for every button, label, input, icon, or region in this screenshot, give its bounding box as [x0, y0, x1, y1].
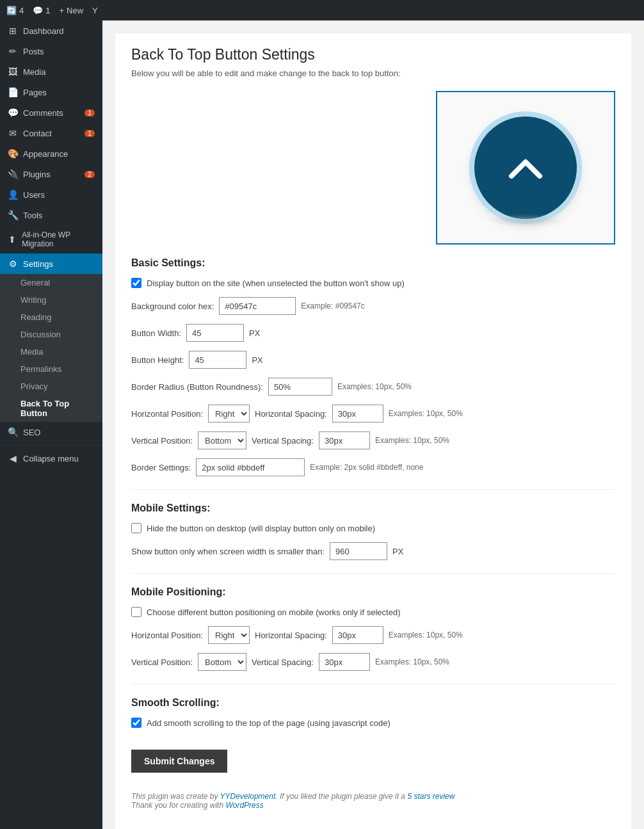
sidebar-item-appearance[interactable]: 🎨 Appearance [0, 143, 102, 164]
horiz-pos-select[interactable]: Right Left [208, 405, 250, 423]
submenu-item-reading[interactable]: Reading [0, 309, 102, 326]
mobile-horiz-spacing-input[interactable] [332, 626, 383, 644]
vert-spacing-hint: Examples: 10px, 50% [375, 436, 449, 445]
hide-desktop-label[interactable]: Hide the button on desktop (will display… [147, 524, 375, 533]
new-label: New [67, 6, 83, 15]
screen-width-input[interactable] [330, 542, 387, 560]
hide-desktop-checkbox[interactable] [131, 523, 141, 533]
horiz-spacing-label: Horizontal Spacing: [255, 409, 327, 419]
submenu-item-discussion[interactable]: Discussion [0, 326, 102, 343]
media-icon: 🖼 [8, 67, 18, 77]
sidebar-item-collapse[interactable]: ◀ Collapse menu [0, 448, 102, 469]
btn-height-input[interactable] [189, 351, 246, 369]
bg-color-row: Background color hex: Example: #09547c [131, 297, 615, 315]
main-content: Back To Top Button Settings Below you wi… [102, 20, 644, 829]
submenu-item-permalinks[interactable]: Permalinks [0, 360, 102, 378]
submit-button[interactable]: Submit Changes [131, 750, 227, 773]
different-pos-checkbox[interactable] [131, 607, 141, 617]
sidebar-item-label: SEO [23, 428, 40, 437]
sidebar-item-label: Posts [23, 47, 44, 56]
sidebar-item-label: Contact [23, 129, 52, 138]
horiz-position-row: Horizontal Position: Right Left Horizont… [131, 405, 615, 423]
sidebar-item-pages[interactable]: 📄 Pages [0, 82, 102, 102]
submenu-item-writing[interactable]: Writing [0, 291, 102, 309]
vert-spacing-input[interactable] [319, 431, 370, 449]
posts-icon: ✏ [8, 46, 18, 56]
vert-pos-select[interactable]: Bottom Top [198, 431, 246, 449]
page-description: Below you will be able to edit and make … [131, 68, 615, 78]
border-settings-label: Border Settings: [131, 463, 191, 472]
tools-icon: 🔧 [8, 210, 18, 220]
sidebar-item-seo[interactable]: 🔍 SEO [0, 422, 102, 442]
vert-position-row: Vertical Position: Bottom Top Vertical S… [131, 431, 615, 449]
different-pos-row: Choose different button positioning on m… [131, 607, 615, 617]
bg-color-input[interactable] [219, 297, 296, 315]
btn-height-row: Button Height: PX [131, 351, 615, 369]
mobile-horiz-spacing-label: Horizontal Spacing: [255, 631, 327, 640]
screen-width-label: Show button only when screen width is sm… [131, 547, 325, 556]
mobile-horiz-spacing-hint: Examples: 10px, 50% [389, 631, 463, 640]
border-radius-hint: Examples: 10px, 50% [337, 382, 412, 391]
mobile-vert-pos-label: Vertical Position: [131, 657, 193, 667]
horiz-spacing-input[interactable] [332, 405, 383, 423]
different-pos-label[interactable]: Choose different button positioning on m… [147, 608, 400, 617]
users-icon: 👤 [8, 189, 18, 200]
btn-width-input[interactable] [186, 324, 244, 342]
bg-color-hint: Example: #09547c [301, 302, 364, 310]
sidebar-item-users[interactable]: 👤 Users [0, 184, 102, 205]
submenu-item-privacy[interactable]: Privacy [0, 378, 102, 395]
button-preview [436, 91, 615, 245]
sidebar-item-plugins[interactable]: 🔌 Plugins 2 [0, 164, 102, 184]
site-icon-button[interactable]: Y [92, 6, 98, 15]
page-title: Back To Top Button Settings [131, 46, 615, 63]
mobile-horiz-position-row: Horizontal Position: Right Left Horizont… [131, 626, 615, 644]
btn-height-label: Button Height: [131, 355, 184, 365]
sidebar-item-settings[interactable]: ⚙ Settings [0, 254, 102, 274]
mobile-vert-position-row: Vertical Position: Bottom Top Vertical S… [131, 653, 615, 671]
comments-count: 1 [45, 6, 50, 15]
footer-line2: Thank you for creating with [131, 801, 225, 810]
smooth-scrolling-row: Add smooth scrolling to the top of the p… [131, 718, 615, 728]
plugin-footer: This plugin was create by YYDevelopment.… [131, 792, 615, 810]
smooth-scrolling-label[interactable]: Add smooth scrolling to the top of the p… [147, 718, 390, 728]
submenu-item-general[interactable]: General [0, 274, 102, 291]
new-content-button[interactable]: + New [59, 6, 83, 15]
display-button-label[interactable]: Display button on the site (when unselec… [147, 278, 405, 288]
border-radius-input[interactable] [268, 378, 332, 396]
collapse-icon: ◀ [8, 453, 18, 463]
smooth-scrolling-checkbox[interactable] [131, 718, 141, 728]
comments-icon: 💬 [8, 108, 18, 118]
sidebar-item-dashboard[interactable]: ⊞ Dashboard [0, 20, 102, 41]
updates-count: 4 [19, 6, 24, 15]
yydevelopment-link[interactable]: YYDevelopment [220, 792, 276, 801]
dashboard-icon: ⊞ [8, 26, 18, 36]
border-settings-input[interactable] [196, 458, 305, 476]
mobile-horiz-pos-label: Horizontal Position: [131, 631, 203, 640]
seo-icon: 🔍 [8, 427, 18, 437]
mobile-vert-spacing-label: Vertical Spacing: [252, 657, 314, 667]
sidebar-item-label: Dashboard [23, 26, 64, 36]
display-button-row: Display button on the site (when unselec… [131, 278, 615, 288]
sidebar-item-media[interactable]: 🖼 Media [0, 61, 102, 82]
basic-settings-heading: Basic Settings: [131, 257, 615, 269]
border-settings-hint: Example: 2px solid #bbdeff, none [310, 463, 423, 472]
mobile-vert-pos-select[interactable]: Bottom Top [198, 653, 246, 671]
sidebar-item-comments[interactable]: 💬 Comments 1 [0, 102, 102, 123]
comments-button[interactable]: 💬 1 [33, 6, 50, 15]
comments-badge: 1 [85, 109, 95, 117]
sidebar-item-posts[interactable]: ✏ Posts [0, 41, 102, 61]
sidebar-item-label: Pages [23, 88, 47, 97]
five-stars-link[interactable]: 5 stars review [407, 792, 455, 801]
sidebar-item-allinone[interactable]: ⬆ All-in-One WP Migration [0, 225, 102, 254]
yoast-icon: Y [92, 6, 98, 15]
submenu-item-media[interactable]: Media [0, 343, 102, 360]
wordpress-link[interactable]: WordPress [225, 801, 263, 810]
mobile-vert-spacing-input[interactable] [319, 653, 370, 671]
submenu-item-backtotop[interactable]: Back To Top Button [0, 395, 102, 422]
sidebar-item-contact[interactable]: ✉ Contact 1 [0, 123, 102, 143]
appearance-icon: 🎨 [8, 149, 18, 159]
sidebar-item-tools[interactable]: 🔧 Tools [0, 205, 102, 225]
mobile-horiz-pos-select[interactable]: Right Left [208, 626, 250, 644]
updates-button[interactable]: 🔄 4 [6, 6, 24, 15]
display-button-checkbox[interactable] [131, 278, 141, 288]
